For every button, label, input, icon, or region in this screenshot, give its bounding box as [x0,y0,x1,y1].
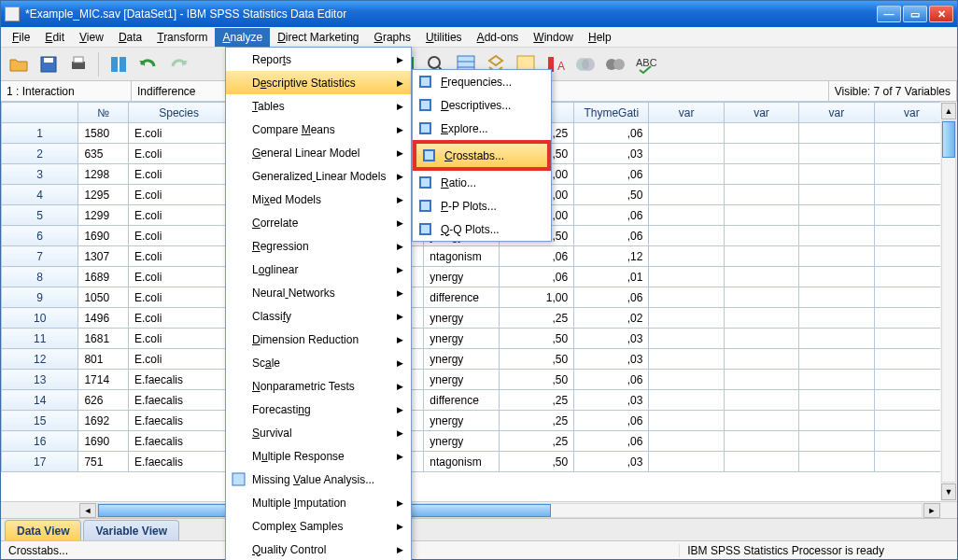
row-header[interactable]: 16 [2,431,78,452]
undo-icon[interactable] [134,50,162,78]
analyze-menu-dropdown[interactable]: Reports▶Descriptive Statistics▶Tables▶Co… [225,47,412,560]
submenu-item-crosstabs[interactable]: Crosstabs... [416,144,547,167]
row-header[interactable]: 13 [2,370,78,390]
menu-edit[interactable]: Edit [37,28,72,47]
row-header[interactable]: 8 [2,267,78,287]
menu-item-quality-control[interactable]: Quality Control▶ [226,538,411,560]
menu-graphs[interactable]: Graphs [367,28,418,47]
menu-add-ons[interactable]: Add-ons [470,28,527,47]
save-icon[interactable] [35,50,63,78]
row-header[interactable]: 2 [2,144,78,164]
table-row[interactable]: 17751E.faecalisntagonism,50,03 [2,452,950,472]
menu-transform[interactable]: Transform [149,28,215,47]
menu-item-correlate[interactable]: Correlate▶ [226,211,411,234]
submenu-item-descriptives[interactable]: Descriptives... [413,93,551,117]
menu-item-complex-samples[interactable]: Complex Samples▶ [226,514,411,538]
menu-item-generalized-linear-models[interactable]: Generalized Linear Models▶ [226,164,411,188]
menu-item-multiple-imputation[interactable]: Multiple Imputation▶ [226,491,411,514]
minimize-button[interactable]: — [877,6,901,22]
print-icon[interactable] [64,50,92,78]
menu-help[interactable]: Help [581,28,619,47]
column-header[interactable]: var [724,103,798,123]
submenu-item-q-q-plots[interactable]: Q-Q Plots... [413,217,551,241]
tab-data-view[interactable]: Data View [5,520,81,540]
menu-analyze[interactable]: Analyze [215,28,270,47]
table-row[interactable]: 71307E.colintagonism,06,12 [2,246,950,267]
table-row[interactable]: 91050E.colidifference1,00,06 [2,287,950,308]
menu-item-mixed-models[interactable]: Mixed Models▶ [226,188,411,211]
table-row[interactable]: 161690E.faecalisynergy,25,06 [2,431,950,452]
menu-item-dimension-reduction[interactable]: Dimension Reduction▶ [226,328,411,351]
spellcheck-icon[interactable]: ABC [631,50,659,78]
tab-variable-view[interactable]: Variable View [83,520,179,540]
vertical-scrollbar[interactable]: ▲ ▼ [940,102,957,501]
horizontal-scrollbar[interactable]: ◄ ► [1,501,957,518]
scroll-down-icon[interactable]: ▼ [941,483,956,500]
menu-item-missing-value-analysis[interactable]: Missing Value Analysis... [226,468,411,491]
column-header[interactable]: Species [129,103,230,123]
menu-direct-marketing[interactable]: Direct Marketing [270,28,366,47]
row-header[interactable]: 12 [2,349,78,370]
column-header[interactable]: var [874,103,949,123]
menu-item-reports[interactable]: Reports▶ [226,48,411,71]
menu-item-regression[interactable]: Regression▶ [226,234,411,258]
menu-item-forecasting[interactable]: Forecasting▶ [226,398,411,421]
menu-item-scale[interactable]: Scale▶ [226,351,411,374]
menu-data[interactable]: Data [111,28,149,47]
column-header[interactable]: var [649,103,724,123]
column-header[interactable]: var [799,103,874,123]
row-header[interactable]: 17 [2,452,78,472]
table-row[interactable]: 111681E.coliynergy,50,03 [2,329,950,349]
menu-item-multiple-response[interactable]: Multiple Response▶ [226,444,411,468]
recall-dialog-icon[interactable] [105,50,133,78]
submenu-item-explore[interactable]: Explore... [413,117,551,140]
row-header[interactable]: 11 [2,329,78,349]
scroll-left-icon[interactable]: ◄ [79,503,96,518]
row-header[interactable]: 5 [2,205,78,226]
scroll-up-icon[interactable]: ▲ [941,103,956,119]
select-icon[interactable] [571,50,599,78]
descriptive-stats-submenu[interactable]: Frequencies...Descriptives...Explore...C… [412,69,552,242]
menu-file[interactable]: File [5,28,37,47]
menu-item-descriptive-statistics[interactable]: Descriptive Statistics▶ [226,71,411,94]
scroll-right-icon[interactable]: ► [923,503,940,518]
row-header[interactable]: 9 [2,287,78,308]
open-icon[interactable] [5,50,33,78]
row-header[interactable]: 6 [2,226,78,246]
submenu-item-ratio[interactable]: Ratio... [413,171,551,194]
menu-item-general-linear-model[interactable]: General Linear Model▶ [226,141,411,164]
table-row[interactable]: 81689E.coliynergy,06,01 [2,267,950,287]
row-header[interactable]: 4 [2,185,78,205]
menu-view[interactable]: View [72,28,111,47]
menu-item-nonparametric-tests[interactable]: Nonparametric Tests▶ [226,374,411,398]
menu-item-survival[interactable]: Survival▶ [226,421,411,444]
sets-icon[interactable] [601,50,629,78]
table-row[interactable]: 101496E.coliynergy,25,02 [2,308,950,329]
redo-icon[interactable] [164,50,192,78]
menu-utilities[interactable]: Utilities [418,28,470,47]
menu-item-tables[interactable]: Tables▶ [226,94,411,118]
close-button[interactable]: ✕ [929,6,953,22]
submenu-item-frequencies[interactable]: Frequencies... [413,70,551,93]
table-row[interactable]: 14626E.faecalisdifference,25,03 [2,390,950,411]
table-row[interactable]: 12801E.coliynergy,50,03 [2,349,950,370]
menu-window[interactable]: Window [526,28,581,47]
column-header[interactable]: № [78,103,129,123]
row-header[interactable]: 7 [2,246,78,267]
row-header[interactable]: 10 [2,308,78,329]
row-header[interactable]: 3 [2,164,78,185]
menu-item-compare-means[interactable]: Compare Means▶ [226,118,411,141]
menu-item-neural-networks[interactable]: Neural Networks▶ [226,281,411,304]
column-header[interactable]: ThymeGati [574,103,649,123]
vertical-scroll-thumb[interactable] [942,121,955,158]
maximize-button[interactable]: ▭ [903,6,927,22]
row-header[interactable]: 15 [2,411,78,431]
table-row[interactable]: 131714E.faecalisynergy,50,06 [2,370,950,390]
row-header[interactable]: 14 [2,390,78,411]
menu-item-classify[interactable]: Classify▶ [226,304,411,328]
menu-item-loglinear[interactable]: Loglinear▶ [226,258,411,281]
table-row[interactable]: 151692E.faecalisynergy,25,06 [2,411,950,431]
expl-icon [418,121,432,135]
row-header[interactable]: 1 [2,123,78,144]
submenu-item-p-p-plots[interactable]: P-P Plots... [413,194,551,217]
